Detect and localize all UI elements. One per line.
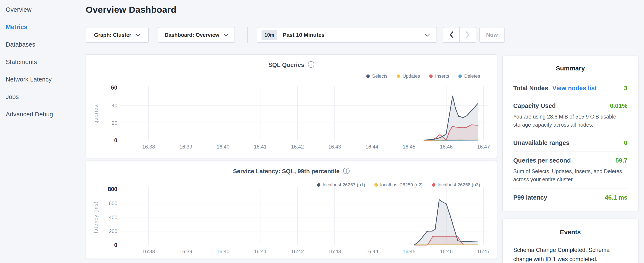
y-tick-label: 0 [114, 242, 117, 248]
x-tick-label: 16:40 [217, 248, 230, 254]
summary-row-queries-per-second: Queries per second59.7Sum of Selects, Up… [502, 152, 638, 188]
sql-queries-chart: 16:3816:3916:4016:4116:4216:4316:4416:45… [90, 78, 494, 151]
summary-value: 0.01% [610, 102, 628, 109]
x-tick-label: 16:39 [180, 248, 192, 254]
legend-dot-icon [458, 75, 462, 78]
chevron-left-icon [449, 31, 454, 39]
legend-dot-icon [366, 75, 370, 78]
event-item: Schema Change Completed: Schema change w… [502, 236, 638, 263]
time-prev-button[interactable] [443, 28, 459, 42]
summary-label: Queries per second [513, 157, 571, 164]
time-next-button[interactable] [460, 28, 476, 42]
page-title: Overview Dashboard [86, 5, 176, 15]
summary-row-unavailable-ranges: Unavailable ranges0 [502, 134, 638, 151]
chevron-down-icon [224, 32, 228, 38]
summary-value: 59.7 [616, 157, 628, 164]
x-tick-label: 16:45 [403, 144, 416, 150]
y-tick-label: 20 [112, 120, 117, 126]
summary-value: 46.1 ms [605, 194, 628, 201]
x-tick-label: 16:41 [254, 248, 266, 254]
y-tick-label: 600 [109, 200, 117, 206]
summary-subtext: Sum of Selects, Updates, Inserts, and De… [513, 167, 628, 183]
summary-row-p99-latency: P99 latency46.1 ms [502, 189, 638, 206]
y-tick-label: 200 [109, 228, 117, 234]
sidebar-item-overview[interactable]: Overview [0, 1, 85, 18]
events-panel: Events Schema Change Completed: Schema c… [502, 219, 638, 263]
summary-label: Unavailable ranges [513, 139, 569, 146]
summary-value: 0 [624, 139, 628, 146]
y-axis-label: queries [93, 105, 99, 123]
controls-bar: Graph: Cluster Dashboard: Overview 10m P… [0, 27, 644, 43]
dashboard-dropdown-label: Dashboard: Overview [164, 32, 219, 38]
time-range-dropdown[interactable]: 10m Past 10 Minutes [257, 27, 437, 43]
time-range-label: Past 10 Minutes [283, 32, 325, 38]
info-icon[interactable] [343, 167, 350, 175]
summary-rows: Total NodesView nodes list3Capacity Used… [502, 80, 638, 206]
x-tick-label: 16:43 [328, 144, 341, 150]
x-tick-label: 16:38 [142, 144, 155, 150]
sidebar-item-statements[interactable]: Statements [0, 53, 85, 71]
summary-title: Summary [502, 56, 638, 72]
events-list: Schema Change Completed: Schema change w… [502, 236, 638, 263]
summary-label: P99 latency [513, 194, 547, 201]
now-button[interactable]: Now [480, 27, 504, 43]
dashboard-dropdown[interactable]: Dashboard: Overview [158, 27, 235, 43]
legend-dot-icon [397, 75, 400, 78]
sidebar: OverviewMetricsDatabasesStatementsNetwor… [0, 0, 85, 123]
x-tick-label: 16:46 [440, 248, 453, 254]
x-tick-label: 16:43 [328, 248, 341, 254]
x-tick-label: 16:39 [180, 144, 192, 150]
x-tick-label: 16:41 [254, 144, 266, 150]
x-tick-label: 16:44 [366, 144, 378, 150]
chart-title-row: Service Latency: SQL, 99th percentile [86, 167, 497, 175]
summary-label: Capacity Used [513, 102, 556, 109]
chevron-down-icon [136, 32, 140, 38]
summary-subtext: You are using 28.6 MiB of 515.9 GiB usab… [513, 113, 628, 129]
service-latency-chart: 16:3816:3916:4016:4116:4216:4316:4416:45… [90, 184, 494, 259]
controls-divider [247, 27, 248, 43]
summary-panel: Summary Total NodesView nodes list3Capac… [502, 56, 638, 211]
sidebar-item-network-latency[interactable]: Network Latency [0, 71, 85, 88]
time-step-group [443, 27, 476, 43]
x-tick-label: 16:44 [366, 248, 378, 254]
graph-dropdown[interactable]: Graph: Cluster [86, 27, 148, 43]
summary-value: 3 [624, 85, 628, 92]
chevron-right-icon [466, 31, 470, 39]
x-tick-label: 16:40 [217, 144, 230, 150]
summary-row-total-nodes: Total NodesView nodes list3 [502, 80, 638, 97]
summary-row-capacity-used: Capacity Used0.01%You are using 28.6 MiB… [502, 97, 638, 134]
sidebar-item-advanced-debug[interactable]: Advanced Debug [0, 106, 85, 123]
x-tick-label: 16:46 [440, 144, 453, 150]
y-tick-label: 60 [111, 85, 117, 91]
x-tick-label: 16:38 [142, 248, 155, 254]
x-tick-label: 16:42 [291, 144, 304, 150]
service-latency-chart-panel: Service Latency: SQL, 99th percentile lo… [86, 161, 497, 259]
x-tick-label: 16:45 [403, 248, 416, 254]
sidebar-item-jobs[interactable]: Jobs [0, 88, 85, 106]
y-tick-label: 40 [112, 103, 117, 108]
events-title: Events [502, 219, 638, 236]
chart-title-row: SQL Queries [86, 61, 497, 69]
graph-dropdown-label: Graph: Cluster [94, 32, 131, 38]
summary-label: Total Nodes [513, 85, 548, 92]
legend-dot-icon [429, 75, 433, 78]
sql-queries-chart-panel: SQL Queries SelectsUpdatesInsertsDeletes… [86, 54, 497, 158]
event-message: Schema Change Completed: Schema change w… [513, 245, 618, 263]
y-axis-label: latency (ms) [93, 201, 99, 233]
time-range-badge: 10m [262, 30, 277, 40]
chart-title: SQL Queries [268, 62, 304, 68]
chart-title: Service Latency: SQL, 99th percentile [233, 168, 340, 175]
x-tick-label: 16:47 [477, 248, 490, 254]
y-tick-label: 0 [114, 137, 117, 144]
y-tick-label: 400 [109, 214, 117, 220]
chevron-down-icon [424, 32, 430, 38]
y-tick-label: 800 [108, 186, 117, 192]
info-icon[interactable] [308, 61, 314, 69]
x-tick-label: 16:42 [291, 248, 304, 254]
view-nodes-list-link[interactable]: View nodes list [552, 85, 597, 92]
x-tick-label: 16:47 [477, 144, 490, 150]
